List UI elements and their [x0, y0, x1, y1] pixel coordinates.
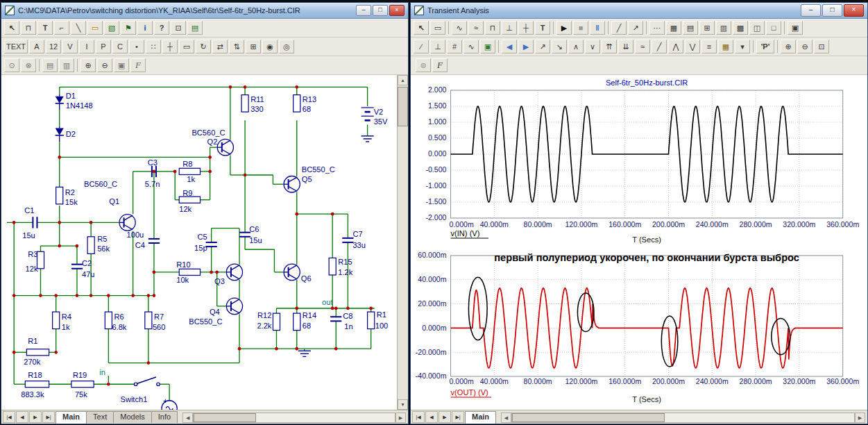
- label-C3[interactable]: C3: [148, 158, 158, 167]
- close-button[interactable]: ×: [844, 4, 864, 17]
- component-GND2[interactable]: [298, 351, 311, 356]
- label-Q2[interactable]: Q2: [207, 138, 218, 146]
- plus-mark-toggle-button[interactable]: ⊞: [699, 21, 715, 35]
- global-high-button[interactable]: ⇈: [602, 40, 617, 53]
- label-12k[interactable]: 12k: [179, 205, 192, 213]
- body[interactable]: [179, 168, 200, 174]
- help-circle-button[interactable]: ⊙: [4, 58, 19, 72]
- align-cursors-button[interactable]: ≡: [701, 40, 717, 53]
- copy-picture-button[interactable]: ▤: [42, 58, 58, 72]
- label-1.2k[interactable]: 1.2k: [338, 268, 352, 276]
- help-mode-button[interactable]: ?: [154, 21, 169, 35]
- zoom-out-button[interactable]: ⊖: [797, 40, 812, 53]
- mirror-vertical-button[interactable]: ⇅: [229, 40, 244, 53]
- schematic-titlebar[interactable]: C:\MC9\DATA\Petrov\switching distortion\…: [1, 3, 408, 19]
- tab-models[interactable]: Models: [113, 411, 151, 423]
- zoom-in-button[interactable]: ⊕: [80, 58, 96, 72]
- step-box-button[interactable]: ⊞: [246, 40, 261, 53]
- component-Q6[interactable]: [284, 264, 300, 280]
- label-R7[interactable]: R7: [154, 312, 164, 321]
- analysis-titlebar[interactable]: Transient Analysis –□×: [411, 3, 867, 19]
- tokens-toggle-button[interactable]: ▦: [666, 21, 681, 35]
- tangent-tool-button[interactable]: ╱: [611, 21, 627, 35]
- tab-main[interactable]: Main: [56, 411, 87, 424]
- node-voltages-button[interactable]: V: [62, 40, 78, 53]
- body[interactable]: [293, 313, 300, 331]
- wire-mode-button[interactable]: ⌐: [54, 21, 69, 35]
- zoom-select-button[interactable]: ▭: [430, 21, 445, 35]
- label-35V[interactable]: 35V: [374, 117, 388, 126]
- component-C1[interactable]: [33, 217, 37, 228]
- label-47u[interactable]: 47u: [82, 270, 95, 278]
- label-6.8k[interactable]: 6.8k: [112, 323, 126, 331]
- select-mode-button[interactable]: ↖: [414, 21, 429, 35]
- cursor-right-button[interactable]: ▶: [518, 40, 534, 53]
- label-1n[interactable]: 1n: [344, 322, 352, 331]
- smooth-trace-button[interactable]: ≈: [635, 40, 650, 53]
- zoom-window-button[interactable]: ⊡: [814, 40, 829, 53]
- body[interactable]: [105, 312, 112, 329]
- scroll-track[interactable]: [511, 412, 855, 423]
- component-D2[interactable]: [56, 126, 64, 142]
- component-Q3[interactable]: [226, 264, 242, 280]
- display-mode-button[interactable]: ▤: [187, 21, 203, 35]
- label-Q5[interactable]: Q5: [302, 175, 312, 183]
- global-low-button[interactable]: ⇊: [618, 40, 633, 53]
- body[interactable]: [273, 313, 280, 331]
- component-Q5[interactable]: [284, 176, 300, 192]
- label-C8[interactable]: C8: [343, 312, 352, 320]
- component-GND1[interactable]: [361, 136, 374, 142]
- body[interactable]: [71, 381, 94, 388]
- performance-tag-button[interactable]: 'P': [756, 40, 774, 53]
- body[interactable]: [293, 95, 300, 112]
- label-75k[interactable]: 75k: [75, 390, 87, 399]
- properties-button-button[interactable]: ▣: [788, 21, 803, 35]
- tangent-line-button[interactable]: ╱: [652, 40, 667, 53]
- component-V2[interactable]: [361, 108, 374, 120]
- label-Q3[interactable]: Q3: [214, 277, 225, 285]
- label-R2[interactable]: R2: [65, 188, 75, 197]
- part[interactable]: [137, 377, 156, 383]
- component-R8[interactable]: [179, 168, 200, 174]
- font-tool-button[interactable]: F: [130, 58, 146, 72]
- body[interactable]: [26, 349, 49, 356]
- last-tab-button[interactable]: ▶|: [452, 411, 464, 423]
- body[interactable]: [25, 381, 49, 388]
- panel-split-toggle-button[interactable]: ◫: [749, 21, 765, 35]
- component-R11[interactable]: [241, 95, 248, 112]
- select-mode-button[interactable]: ↖: [4, 21, 19, 35]
- go-to-fall-button[interactable]: ↘: [552, 40, 567, 53]
- attribute-text-button[interactable]: A: [29, 40, 44, 53]
- label-C5[interactable]: C5: [197, 233, 207, 241]
- page-outline-toggle-button[interactable]: □: [766, 21, 781, 35]
- local-peak-button[interactable]: ∧: [568, 40, 584, 53]
- scroll-right-button[interactable]: ▶: [395, 412, 406, 423]
- label-C2[interactable]: C2: [82, 259, 92, 267]
- scroll-track[interactable]: [398, 85, 408, 399]
- label-330[interactable]: 330: [250, 105, 264, 113]
- schematic-canvas[interactable]: D11N4148D2R11330R1368V235VBC560_CQ2BC550…: [1, 75, 408, 410]
- body[interactable]: [179, 197, 200, 203]
- component-R10[interactable]: [179, 269, 200, 275]
- label-5.7n[interactable]: 5.7n: [145, 180, 160, 188]
- label-Switch1[interactable]: Switch1: [121, 395, 148, 403]
- plot-area[interactable]: 2.0001.5001.0000.5000.000-0.500-1.000-1.…: [411, 75, 867, 410]
- go-to-rise-button[interactable]: ↗: [535, 40, 550, 53]
- label-883.3k[interactable]: 883.3k: [21, 390, 44, 399]
- label-C1[interactable]: C1: [24, 206, 34, 215]
- component-C2[interactable]: [71, 265, 83, 269]
- scroll-thumb[interactable]: [398, 87, 408, 126]
- crosshair-tool-button[interactable]: ┼: [518, 21, 534, 35]
- label-15k[interactable]: 15k: [65, 198, 78, 206]
- tab-main[interactable]: Main: [465, 411, 496, 424]
- power-display-button[interactable]: P: [96, 40, 111, 53]
- label-R4[interactable]: R4: [62, 312, 71, 321]
- body[interactable]: [56, 97, 64, 103]
- scroll-left-button[interactable]: ◀: [501, 412, 511, 423]
- view-box-button[interactable]: ▣: [114, 58, 129, 72]
- component-Q1[interactable]: [119, 215, 135, 231]
- label-R12[interactable]: R12: [257, 311, 271, 319]
- component-R14[interactable]: [293, 313, 300, 331]
- label-68[interactable]: 68: [303, 105, 311, 113]
- tab-text[interactable]: Text: [86, 411, 114, 423]
